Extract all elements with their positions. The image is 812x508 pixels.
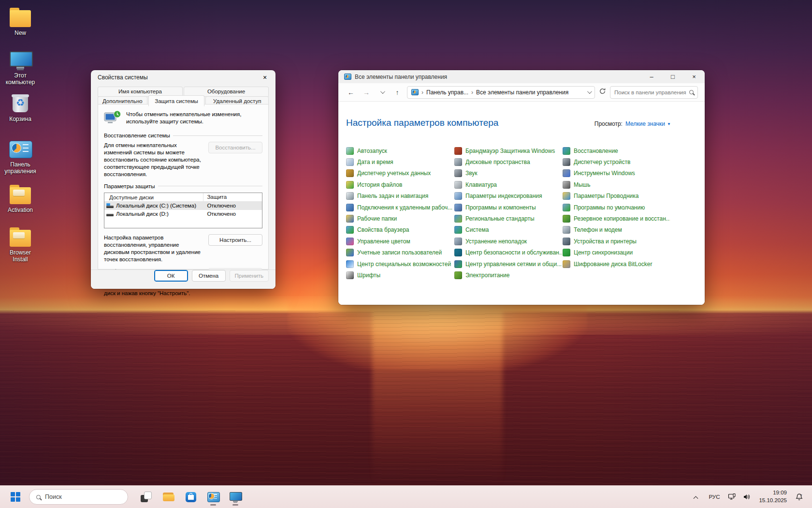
cp-item-folder-options[interactable]: Параметры Проводника [563,191,670,202]
tab-system-protection[interactable]: Защита системы [148,95,205,106]
control-panel-search-input[interactable]: Поиск в панели управления [610,86,698,99]
cp-item-indexing-options[interactable]: Параметры индексирования [454,191,562,202]
task-view-icon [140,491,153,503]
cp-item-troubleshooting[interactable]: Устранение неполадок [454,236,562,247]
cp-item-region[interactable]: Региональные стандарты [454,213,562,224]
cp-item-remoteapp-connections[interactable]: Подключения к удаленным рабоч... [346,202,453,213]
maximize-button[interactable]: □ [662,70,683,83]
hidden-icons-chevron-icon[interactable] [689,489,702,505]
desktop-icon-control-panel[interactable]: Панель управления [2,138,39,175]
view-by-dropdown[interactable]: Мелкие значки ▼ [625,120,671,127]
cp-item-label: Центр управления сетями и общи... [465,261,562,268]
cp-item-user-accounts[interactable]: Учетные записи пользователей [346,247,453,258]
folder-files-icon [8,226,32,248]
cp-item-mouse[interactable]: Мышь [563,179,670,190]
cp-item-recovery[interactable]: Восстановление [563,145,670,156]
power-options-icon [454,271,462,279]
recent-pages-dropdown-icon[interactable] [376,87,388,98]
minimize-button[interactable]: – [641,70,662,83]
cp-item-color-management[interactable]: Управление цветом [346,236,453,247]
cp-item-devices-printers[interactable]: Устройства и принтеры [563,236,670,247]
disk-row[interactable]: Локальный диск (C:) (Система)Отключено [104,202,262,210]
address-dropdown-icon[interactable] [587,89,592,94]
volume-icon[interactable] [740,489,753,505]
forward-button[interactable]: → [361,87,372,98]
cp-item-label: Электропитание [465,272,509,279]
close-button[interactable]: × [683,70,705,83]
desktop-icon-activation[interactable]: Activation [2,184,39,213]
dialog-close-button[interactable]: × [254,70,276,85]
protection-drives-list[interactable]: Доступные диски Защита Локальный диск (C… [104,193,262,228]
cp-item-ease-of-access[interactable]: Центр специальных возможностей [346,258,453,269]
restore-group-header: Восстановление системы [104,133,262,138]
desktop-icon-new[interactable]: New [2,7,39,36]
network-icon[interactable] [726,489,739,505]
taskbar-microsoft-store-button[interactable] [181,487,201,507]
cp-item-firewall[interactable]: Брандмауэр Защитника Windows [454,145,562,156]
cancel-button[interactable]: Отмена [192,270,226,282]
dropdown-arrow-icon: ▼ [667,122,671,126]
cp-item-date-time[interactable]: Дата и время [346,156,453,167]
cp-item-device-manager[interactable]: Диспетчер устройств [563,156,670,167]
cp-item-label: Программы по умолчанию [574,204,645,211]
taskbar-system-properties-button[interactable] [226,487,245,507]
cp-item-work-folders[interactable]: Рабочие папки [346,213,453,224]
cp-item-sound[interactable]: Звук [454,168,562,179]
cp-item-security-maintenance[interactable]: Центр безопасности и обслуживан... [454,247,562,258]
breadcrumb-control-panel[interactable]: Панель управ... [426,89,468,96]
configure-button[interactable]: Настроить... [208,234,262,246]
cp-item-storage-spaces[interactable]: Дисковые пространства [454,156,562,167]
cp-item-bitlocker[interactable]: Шифрование диска BitLocker [563,258,670,269]
notification-bell-icon[interactable]: z [792,489,806,505]
cp-item-network-sharing[interactable]: Центр управления сетями и общи... [454,258,562,269]
desktop-icon-recycle-bin[interactable]: ♻Корзина [2,93,39,122]
disk-icon [106,211,114,217]
address-bar[interactable]: › Панель управ... › Все элементы панели … [407,86,595,99]
cp-item-system[interactable]: Система [454,224,562,236]
desktop-icon-this-pc[interactable]: Этот компьютер [2,49,39,86]
cp-item-power-options[interactable]: Электропитание [454,269,562,281]
system-protection-icon [104,110,121,126]
disk-row[interactable]: Локальный диск (D:)Отключено [104,210,262,218]
cp-column-2: Брандмауэр Защитника WindowsДисковые про… [454,145,562,281]
apply-button[interactable]: Применить [230,270,269,282]
language-indicator[interactable]: РУС [704,494,724,500]
back-button[interactable]: ← [345,87,357,98]
configure-row: Настройка параметров восстановления, упр… [104,234,262,263]
cp-item-label: Центр синхронизации [574,249,633,256]
cp-item-default-programs[interactable]: Программы по умолчанию [563,202,670,213]
taskbar-search-input[interactable]: Поиск [29,489,128,505]
cp-item-backup-restore[interactable]: Резервное копирование и восстан... [563,213,670,224]
cp-item-sync-center[interactable]: Центр синхронизации [563,247,670,258]
start-button[interactable] [7,488,24,506]
cp-item-label: Система [465,226,489,233]
cp-item-programs-features[interactable]: Программы и компоненты [454,202,562,213]
recovery-icon [563,147,570,155]
taskbar-control-panel-button[interactable] [203,487,223,507]
cp-item-keyboard[interactable]: Клавиатура [454,179,562,190]
folder-icon [8,7,32,28]
desktop-icon-browser-install[interactable]: Browser Install [2,226,39,263]
cp-item-windows-tools[interactable]: Инструменты Windows [563,168,670,179]
up-button[interactable]: ↑ [392,87,403,98]
cp-item-credential-manager[interactable]: Диспетчер учетных данных [346,168,453,179]
restore-button[interactable]: Восстановить... [208,142,262,153]
view-value: Мелкие значки [625,120,665,127]
taskbar-file-explorer-button[interactable] [159,487,178,507]
clock[interactable]: 19:09 15.10.2025 [755,489,790,504]
protection-group-header: Параметры защиты [104,183,262,189]
mouse-icon [563,181,570,189]
remoteapp-connections-icon [346,204,354,211]
cp-item-autoplay[interactable]: Автозапуск [346,145,453,156]
taskbar-task-view-button[interactable] [137,487,156,507]
cp-item-taskbar-navigation[interactable]: Панель задач и навигация [346,191,453,202]
windows-logo-icon [11,492,20,502]
breadcrumb-all-items[interactable]: Все элементы панели управления [476,89,568,96]
caption-buttons: – □ × [641,70,705,83]
cp-item-phone-modem[interactable]: Телефон и модем [563,224,670,236]
ok-button[interactable]: ОК [154,270,188,282]
cp-item-fonts[interactable]: Шрифты [346,269,453,281]
cp-item-internet-options[interactable]: Свойства браузера [346,224,453,236]
cp-item-file-history[interactable]: История файлов [346,179,453,190]
refresh-icon[interactable] [599,88,606,97]
